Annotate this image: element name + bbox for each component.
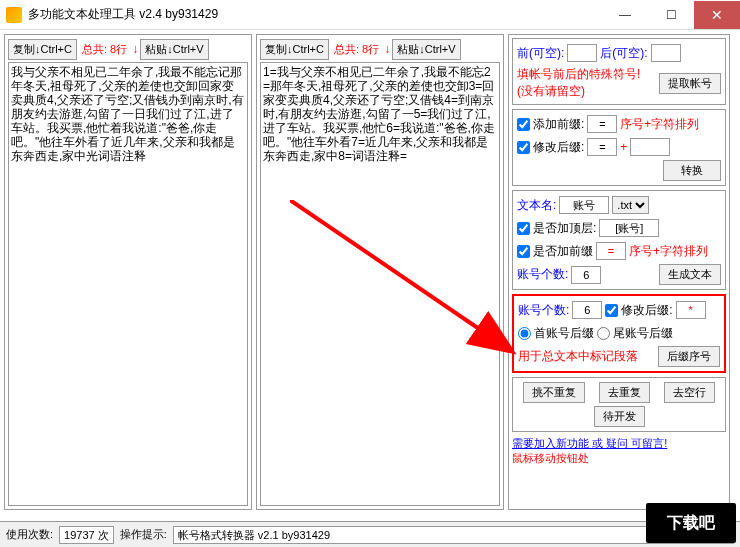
app-icon <box>6 7 22 23</box>
mod-suffix-checkbox[interactable] <box>517 141 530 154</box>
extract-button[interactable]: 提取帐号 <box>659 73 721 94</box>
add-top-label: 是否加顶层: <box>533 220 596 237</box>
seq-label-1: 序号+字符排列 <box>620 116 699 133</box>
first-suffix-label: 首账号后缀 <box>534 325 594 342</box>
download-badge: 下载吧 <box>646 503 736 543</box>
filename-label: 文本名: <box>517 197 556 214</box>
window-buttons: — ☐ ✕ <box>602 1 740 29</box>
mid-toolbar: 复制↓Ctrl+C 总共: 8行 ↓ 粘贴↓Ctrl+V <box>260 38 500 60</box>
top-input[interactable] <box>599 219 659 237</box>
mid-textarea[interactable]: 1=我与父亲不相见已二年余了,我最不能忘2=那年冬天,祖母死了,父亲的差使也交卸… <box>260 62 500 506</box>
use-count-label: 使用次数: <box>6 527 53 542</box>
plus-label: + <box>620 140 627 154</box>
front-label: 前(可空): <box>517 45 564 62</box>
total-lines-mid: 总共: 8行 <box>331 42 382 57</box>
note-feature[interactable]: 需要加入新功能 或 疑问 可留言! <box>512 436 726 451</box>
arrow-down-icon: ↓ <box>384 42 390 56</box>
filename-input[interactable] <box>559 196 609 214</box>
left-panel: 复制↓Ctrl+C 总共: 8行 ↓ 粘贴↓Ctrl+V 我与父亲不相见已二年余… <box>4 34 252 510</box>
pick-unique-button[interactable]: 挑不重复 <box>523 382 585 403</box>
generate-section: 文本名: .txt 是否加顶层: 是否加前缀 序号+字符排列 账号个数: 生成文… <box>512 190 726 290</box>
suffix-eq-input[interactable] <box>587 138 617 156</box>
left-toolbar: 复制↓Ctrl+C 总共: 8行 ↓ 粘贴↓Ctrl+V <box>8 38 248 60</box>
count2-input[interactable] <box>572 301 602 319</box>
copy-button-left[interactable]: 复制↓Ctrl+C <box>8 39 77 60</box>
paste-button-mid[interactable]: 粘贴↓Ctrl+V <box>392 39 460 60</box>
right-panel: 前(可空): 后(可空): 填帐号前后的特殊符号! (没有请留空) 提取帐号 添… <box>508 34 730 510</box>
suffix-note: 用于总文本中标记段落 <box>518 348 638 365</box>
suffix-seq-section: 账号个数: 修改后缀: 首账号后缀 尾账号后缀 用于总文本中标记段落 后缀序号 <box>512 294 726 373</box>
left-textarea[interactable]: 我与父亲不相见已二年余了,我最不能忘记那年冬天,祖母死了,父亲的差使也交卸回家变… <box>8 62 248 506</box>
footer-notes: 需要加入新功能 或 疑问 可留言! 鼠标移动按钮处 <box>512 436 726 466</box>
add-top-checkbox[interactable] <box>517 222 530 235</box>
mod-suffix2-label: 修改后缀: <box>621 302 672 319</box>
tools-section: 挑不重复 去重复 去空行 待开发 <box>512 377 726 432</box>
extract-note2: (没有请留空) <box>517 83 656 100</box>
suffix-seq-button[interactable]: 后缀序号 <box>658 346 720 367</box>
front-input[interactable] <box>567 44 597 62</box>
count2-label: 账号个数: <box>518 302 569 319</box>
statusbar: 使用次数: 19737 次 操作提示: 帐号格式转换器 v2.1 by93142… <box>0 521 740 547</box>
ext-select[interactable]: .txt <box>612 196 649 214</box>
titlebar: 多功能文本处理工具 v2.4 by931429 — ☐ ✕ <box>0 0 740 30</box>
copy-button-mid[interactable]: 复制↓Ctrl+C <box>260 39 329 60</box>
todo-button[interactable]: 待开发 <box>594 406 645 427</box>
back-label: 后(可空): <box>600 45 647 62</box>
maximize-button[interactable]: ☐ <box>648 1 694 29</box>
window-title: 多功能文本处理工具 v2.4 by931429 <box>28 6 602 23</box>
add-prefix-checkbox[interactable] <box>517 118 530 131</box>
prefix-input[interactable] <box>587 115 617 133</box>
extract-section: 前(可空): 后(可空): 填帐号前后的特殊符号! (没有请留空) 提取帐号 <box>512 38 726 105</box>
star-input[interactable] <box>676 301 706 319</box>
add-prefix2-checkbox[interactable] <box>517 245 530 258</box>
extract-note1: 填帐号前后的特殊符号! <box>517 66 656 83</box>
suffix-input[interactable] <box>630 138 670 156</box>
main-area: 复制↓Ctrl+C 总共: 8行 ↓ 粘贴↓Ctrl+V 我与父亲不相见已二年余… <box>0 30 740 514</box>
mod-suffix2-checkbox[interactable] <box>605 304 618 317</box>
hint-label: 操作提示: <box>120 527 167 542</box>
seq-label-2: 序号+字符排列 <box>629 243 708 260</box>
count-input[interactable] <box>571 266 601 284</box>
dedupe-button[interactable]: 去重复 <box>599 382 650 403</box>
add-prefix2-label: 是否加前缀 <box>533 243 593 260</box>
add-prefix-label: 添加前缀: <box>533 116 584 133</box>
remove-blank-button[interactable]: 去空行 <box>664 382 715 403</box>
last-suffix-label: 尾账号后缀 <box>613 325 673 342</box>
count-label: 账号个数: <box>517 266 568 283</box>
prefix2-input[interactable] <box>596 242 626 260</box>
arrow-down-icon: ↓ <box>132 42 138 56</box>
first-suffix-radio[interactable] <box>518 327 531 340</box>
use-count-value: 19737 次 <box>59 526 114 544</box>
generate-button[interactable]: 生成文本 <box>659 264 721 285</box>
mid-panel: 复制↓Ctrl+C 总共: 8行 ↓ 粘贴↓Ctrl+V 1=我与父亲不相见已二… <box>256 34 504 510</box>
convert-section: 添加前缀: 序号+字符排列 修改后缀: + 转换 <box>512 109 726 186</box>
close-button[interactable]: ✕ <box>694 1 740 29</box>
note-hover: 鼠标移动按钮处 <box>512 451 726 466</box>
last-suffix-radio[interactable] <box>597 327 610 340</box>
total-lines-left: 总共: 8行 <box>79 42 130 57</box>
minimize-button[interactable]: — <box>602 1 648 29</box>
convert-button[interactable]: 转换 <box>663 160 721 181</box>
paste-button-left[interactable]: 粘贴↓Ctrl+V <box>140 39 208 60</box>
mod-suffix-label: 修改后缀: <box>533 139 584 156</box>
back-input[interactable] <box>651 44 681 62</box>
